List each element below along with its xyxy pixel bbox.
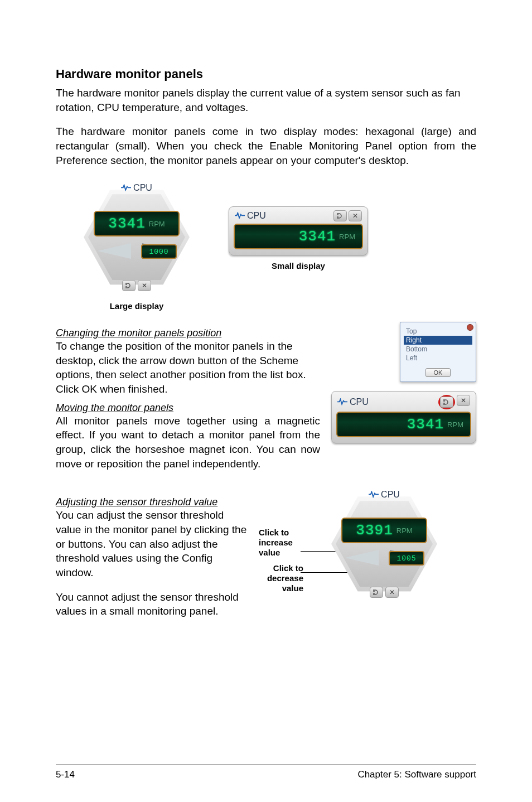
small-panel-magnet-example: CPU ✕ 3341 RPM [331,391,476,443]
popup-ok-button[interactable]: OK [425,368,451,377]
hex2-lcd-value: 3391 [356,522,393,539]
hex2-lcd-unit: RPM [396,526,413,535]
small2-lcd-unit: RPM [447,421,463,429]
decrease-triangle[interactable] [98,243,131,259]
close-icon[interactable]: ✕ [457,395,470,406]
intro-paragraph-1: The hardware monitor panels display the … [56,86,476,114]
pulse-icon [235,212,245,220]
large-display-block: CPU 3341 RPM 1000 ✕ Large d [78,178,195,311]
magnet-highlight-circle [438,395,455,409]
small2-lcd-value: 3341 [407,416,444,433]
position-item-right[interactable]: Right [404,336,472,345]
sub1-text: To change the position of the monitor pa… [56,339,320,397]
sub3-text2: You cannot adjust the sensor threshold v… [56,590,248,619]
close-icon[interactable]: ✕ [385,587,399,598]
position-popup: Top Right Bottom Left OK [400,322,476,382]
mid-section: Changing the monitor panels position To … [56,322,476,476]
sub1-title: Changing the monitor panels position [56,327,320,339]
hex2-panel-icons: ✕ [370,587,399,598]
intro-paragraph-2: The hardware monitor panels come in two … [56,124,476,167]
threshold-slider-2[interactable]: 1005 [345,548,423,570]
pulse-icon [369,491,379,499]
section-heading: Hardware monitor panels [56,67,476,81]
hex-panel-threshold: CPU 3391 RPM 1005 ✕ [326,485,443,602]
small-lcd-unit: RPM [339,233,355,241]
position-list[interactable]: Top Right Bottom Left [400,322,476,365]
small-display-block: CPU ✕ 3341 RPM Small display [229,206,368,270]
bottom-section: Adjusting the sensor threshold value You… [56,491,476,628]
position-item-bottom[interactable]: Bottom [404,345,472,354]
small-panel2-title: CPU [337,397,369,407]
small-display-caption: Small display [272,261,325,270]
threshold-slider[interactable]: 1000 [98,241,176,263]
sub3-text1: You can adjust the sensor threshold valu… [56,508,248,579]
sub3-title: Adjusting the sensor threshold value [56,496,248,508]
hex-lcd-unit: RPM [149,220,165,228]
hex2-title: CPU [369,490,400,500]
close-icon[interactable]: ✕ [138,280,151,291]
footer-page-number: 5-14 [56,769,75,780]
small-lcd: 3341 RPM [234,224,363,249]
hex-panel-icons: ✕ [122,280,151,291]
hex2-lcd: 3391 RPM [341,518,427,543]
small2-title-label: CPU [350,397,369,407]
magnet-icon[interactable] [440,397,453,408]
pulse-icon [337,398,347,406]
hex-lcd-value: 3341 [108,215,145,232]
hex-lcd: 3341 RPM [94,211,180,236]
magnet-icon[interactable] [333,210,347,221]
small-panel-title: CPU [235,211,266,221]
magnet-icon[interactable] [370,587,383,598]
large-display-caption: Large display [110,301,164,311]
hex-panel-large: CPU 3341 RPM 1000 ✕ [78,178,195,296]
position-item-left[interactable]: Left [404,354,472,363]
small2-lcd: 3341 RPM [336,412,471,437]
hex-title-label: CPU [133,183,152,193]
close-icon[interactable]: ✕ [349,210,362,221]
sub2-text: All monitor panels move together using a… [56,414,320,471]
hex-panel-title: CPU [121,183,152,193]
small-lcd-value: 3341 [299,228,336,245]
small-panel: CPU ✕ 3341 RPM [229,206,368,255]
threshold-mini-lcd: 1000 [141,244,177,259]
sub2-title: Moving the monitor panels [56,402,320,414]
decrease-triangle[interactable] [345,550,379,566]
small-title-label: CPU [247,211,266,221]
hex2-title-label: CPU [381,490,400,500]
position-item-top[interactable]: Top [404,327,472,336]
display-examples-row: CPU 3341 RPM 1000 ✕ Large d [78,178,476,311]
threshold2-mini-lcd: 1005 [389,551,424,566]
magnet-icon[interactable] [122,280,136,291]
footer-chapter: Chapter 5: Software support [357,769,476,780]
pulse-icon [121,184,131,192]
annot-increase: Click to increase value [259,528,303,558]
annot-decrease: Click to decrease value [259,563,303,593]
page-footer: 5-14 Chapter 5: Software support [56,764,476,780]
